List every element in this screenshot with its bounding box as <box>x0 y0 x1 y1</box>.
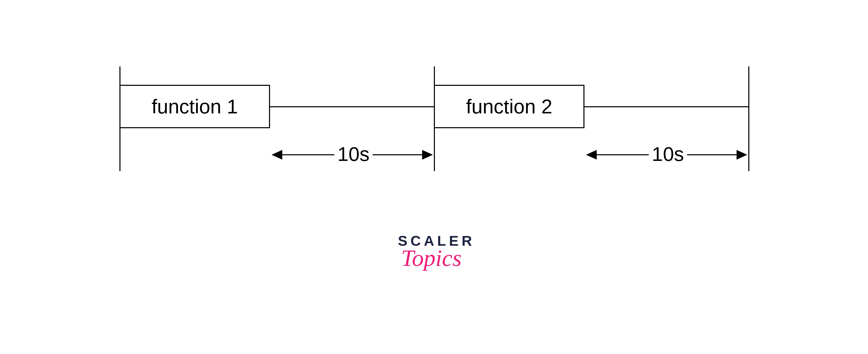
gap-line-2 <box>585 106 748 107</box>
gap-line-1 <box>270 106 434 107</box>
svg-marker-2 <box>586 150 597 159</box>
brand-logo: SCALER Topics <box>391 232 483 271</box>
interval-1-arrow-left-head <box>271 149 282 161</box>
function-2-label: function 2 <box>466 95 552 118</box>
diagram-canvas: function 1 10s function 2 10s SCALER Top… <box>0 0 868 354</box>
interval-1-arrow-left-shaft <box>281 154 334 155</box>
tick-3 <box>748 66 749 171</box>
function-2-box: function 2 <box>434 85 585 128</box>
interval-2-arrow-right-head <box>737 149 748 161</box>
svg-marker-3 <box>737 150 747 159</box>
svg-marker-0 <box>272 150 282 159</box>
interval-2-arrow-left-shaft <box>595 154 649 155</box>
interval-1-arrow-right-shaft <box>373 154 424 155</box>
interval-2-arrow-left-head <box>585 149 597 161</box>
function-1-box: function 1 <box>119 85 270 128</box>
interval-2-label: 10s <box>649 143 687 166</box>
interval-1-label: 10s <box>334 143 373 166</box>
function-1-label: function 1 <box>152 95 238 118</box>
interval-1-arrow-right-head <box>422 149 434 161</box>
interval-2-arrow-right-shaft <box>687 154 738 155</box>
svg-marker-1 <box>422 150 433 159</box>
